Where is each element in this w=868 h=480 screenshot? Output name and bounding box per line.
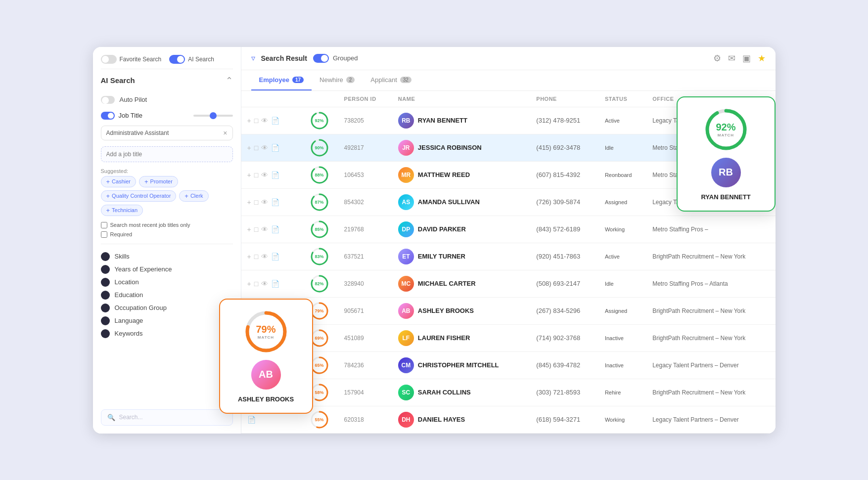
filter-funnel-icon: ▿ (251, 53, 255, 63)
cell-name: SC SARAH COLLINS (392, 379, 530, 406)
doc-btn[interactable]: 📄 (271, 225, 279, 233)
doc-btn[interactable]: 📄 (271, 144, 279, 152)
checkbox-cell[interactable]: □ (254, 280, 258, 288)
cell-status: Assigned (599, 297, 646, 324)
grouped-toggle[interactable]: Grouped (313, 54, 358, 63)
cell-office: BrightPath Recruitment – New York (646, 324, 775, 351)
cell-person-id: 492817 (338, 134, 392, 161)
star-icon[interactable]: ★ (758, 53, 766, 64)
employee-name: MATTHEW REED (418, 171, 470, 178)
job-title-toggle[interactable] (101, 112, 115, 120)
checkbox-cell[interactable]: □ (254, 171, 258, 179)
eye-btn[interactable]: 👁 (261, 171, 268, 179)
chat-icon[interactable]: ▣ (742, 53, 751, 64)
favorite-search-switch[interactable] (101, 55, 117, 64)
cell-person-id: 905671 (338, 297, 392, 324)
employee-name: JESSICA ROBINSON (418, 144, 482, 151)
cell-name: AB ASHLEY BROOKS (392, 297, 530, 324)
tab-newhire[interactable]: Newhire 2 (312, 70, 363, 90)
eye-btn[interactable]: 👁 (261, 117, 268, 125)
add-btn[interactable]: + (247, 225, 251, 233)
row-actions: 📄 (247, 416, 295, 424)
add-btn[interactable]: + (247, 280, 251, 288)
eye-btn[interactable]: 👁 (261, 198, 268, 206)
eye-btn[interactable]: 👁 (261, 253, 268, 261)
recent-job-titles-checkbox-row[interactable]: Search most recent job titles only (101, 222, 233, 228)
cell-status: Reonboard (599, 161, 646, 188)
filter-location[interactable]: Location (101, 276, 233, 289)
search-icon: 🔍 (107, 414, 115, 421)
remove-job-title-btn[interactable]: × (223, 129, 227, 137)
filter-education[interactable]: Education (101, 289, 233, 302)
doc-btn[interactable]: 📄 (271, 280, 279, 288)
job-title-label: Job Title (119, 112, 189, 119)
add-job-title-input[interactable] (101, 146, 233, 162)
checkbox-cell[interactable]: □ (254, 225, 258, 233)
match-circle: 88% (310, 166, 329, 184)
job-title-slider[interactable] (193, 115, 233, 117)
gear-icon[interactable]: ⚙ (713, 53, 721, 64)
employee-name: DAVID PARKER (418, 225, 466, 233)
ai-search-switch[interactable] (169, 55, 185, 64)
add-btn[interactable]: + (247, 198, 251, 206)
tab-applicant[interactable]: Applicant 32 (363, 70, 419, 90)
table-row: + □ 👁 📄 85% 219768 DP DAVID PARKER (241, 216, 776, 243)
doc-btn[interactable]: 📄 (247, 416, 256, 424)
add-btn[interactable]: + (247, 253, 251, 261)
tag-clerk[interactable]: + Clerk (179, 190, 208, 202)
table-row: 📄 58% 157904 SC SARAH COLLINS (303) 721-… (241, 379, 776, 406)
add-btn[interactable]: + (247, 144, 251, 152)
doc-btn[interactable]: 📄 (271, 198, 279, 206)
bottom-search[interactable]: 🔍 Search... (101, 409, 233, 426)
email-icon[interactable]: ✉ (728, 53, 735, 64)
avatar: CM (398, 357, 414, 373)
doc-btn[interactable]: 📄 (271, 117, 279, 125)
checkbox-cell[interactable]: □ (254, 117, 258, 125)
avatar: ET (398, 249, 414, 264)
filter-skills[interactable]: Skills (101, 250, 233, 263)
tag-promoter[interactable]: + Promoter (139, 176, 178, 187)
filter-experience-label: Years of Experience (115, 265, 172, 273)
cell-actions: + □ 👁 📄 (241, 134, 301, 161)
cell-status: Active (599, 107, 646, 134)
doc-btn[interactable]: 📄 (271, 171, 279, 179)
app-container: Favorite Search AI Search AI Search ⌃ Au… (93, 47, 776, 434)
tag-technician[interactable]: + Technician (101, 205, 143, 216)
cell-status: Idle (599, 270, 646, 297)
tag-qco[interactable]: + Quality Control Operator (101, 190, 177, 202)
cell-match: 92% (301, 107, 338, 134)
cell-name: DH DANIEL HAYES (392, 406, 530, 433)
recent-job-titles-checkbox[interactable] (101, 222, 107, 228)
add-btn[interactable]: + (247, 171, 251, 179)
filter-education-label: Education (115, 291, 143, 299)
add-btn[interactable]: + (247, 117, 251, 125)
filters-list: Skills Years of Experience Location Educ… (101, 250, 233, 340)
collapse-button[interactable]: ⌃ (226, 75, 233, 86)
table-row: 📄 69% 451089 LF LAUREN FISHER (714) 902-… (241, 324, 776, 351)
checkbox-cell[interactable]: □ (254, 144, 258, 152)
filter-occupation[interactable]: Occupation Group (101, 302, 233, 314)
status-badge: Assigned (605, 308, 627, 314)
match-circle: 87% (310, 193, 329, 212)
eye-btn[interactable]: 👁 (261, 280, 268, 288)
eye-btn[interactable]: 👁 (261, 144, 268, 152)
doc-btn[interactable]: 📄 (271, 253, 279, 261)
status-badge: Inactive (605, 362, 624, 368)
tag-cashier[interactable]: + Cashier (101, 176, 137, 187)
filter-experience[interactable]: Years of Experience (101, 263, 233, 276)
checkbox-cell[interactable]: □ (254, 253, 258, 261)
eye-btn[interactable]: 👁 (261, 225, 268, 233)
filter-language[interactable]: Language (101, 314, 233, 327)
grouped-switch[interactable] (313, 54, 329, 63)
required-checkbox[interactable] (101, 231, 107, 238)
status-badge: Assigned (605, 199, 627, 205)
recent-job-titles-label: Search most recent job titles only (110, 222, 190, 228)
autopilot-toggle[interactable] (101, 96, 115, 104)
tab-employee[interactable]: Employee 17 (251, 70, 312, 90)
required-checkbox-row[interactable]: Required (101, 231, 233, 238)
checkbox-cell[interactable]: □ (254, 198, 258, 206)
cell-status: Working (599, 216, 646, 243)
favorite-search-toggle[interactable]: Favorite Search (101, 55, 162, 64)
filter-keywords[interactable]: Keywords (101, 327, 233, 340)
ai-search-toggle[interactable]: AI Search (169, 55, 214, 64)
